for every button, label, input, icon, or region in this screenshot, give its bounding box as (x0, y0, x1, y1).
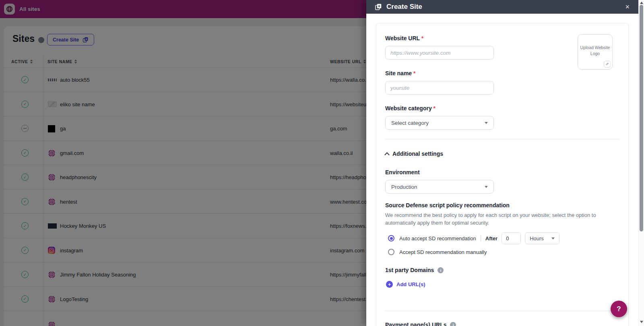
first-party-domains-heading: 1st party Domains (385, 267, 434, 273)
website-url-label: Website URL (385, 35, 423, 41)
policy-heading: Source Defense script policy recommendat… (385, 202, 510, 208)
after-hours-input[interactable] (502, 232, 521, 244)
first-party-domains-heading-row: 1st party Domains (385, 267, 444, 273)
environment-value: Production (391, 184, 417, 190)
edit-pencil-icon[interactable] (604, 61, 611, 68)
auto-accept-radio[interactable] (388, 235, 394, 241)
app-window: All sites Sites Create Site ACTIVE SI (0, 0, 644, 326)
plus-circle-icon (386, 281, 393, 288)
auto-accept-option-row: Auto accept SD recommendation After Hour… (388, 231, 559, 245)
manual-accept-option-row: Accept SD recommendation manually (388, 246, 487, 258)
manual-accept-label: Accept SD recommendation manually (399, 249, 487, 255)
upload-logo-dropzone[interactable]: Upload Website Logo (578, 34, 613, 70)
create-site-form: Website URL Upload Website Logo Site nam… (376, 23, 629, 326)
after-label: After (485, 235, 497, 241)
close-icon[interactable]: × (625, 2, 630, 12)
auto-accept-label: Auto accept SD recommendation (399, 235, 476, 241)
additional-settings-label: Additional settings (392, 151, 443, 157)
environment-label: Environment (385, 169, 420, 175)
section-divider (385, 311, 619, 311)
drawer-title: Create Site (386, 3, 422, 11)
payment-pages-heading: Payment page(s) URLs (385, 322, 446, 326)
website-category-label: Website category (385, 105, 436, 111)
scroll-up-arrow-icon[interactable] (640, 2, 643, 4)
help-fab-button[interactable]: ? (611, 301, 627, 317)
environment-select[interactable]: Production (385, 180, 494, 194)
create-site-drawer: Create Site × Website URL Upload Website… (366, 0, 644, 326)
site-name-input[interactable] (385, 81, 494, 95)
drawer-header: Create Site (366, 0, 638, 14)
additional-settings-toggle[interactable]: Additional settings (385, 151, 443, 157)
hours-unit-value: Hours (530, 235, 544, 241)
hours-unit-select[interactable]: Hours (525, 232, 559, 244)
policy-description: We recommend the best policy to apply fo… (385, 211, 607, 227)
vertical-divider (481, 235, 481, 241)
add-urls-label: Add URL(s) (396, 281, 425, 287)
create-site-icon (375, 3, 382, 10)
site-name-label: Site name (385, 70, 415, 76)
payment-pages-heading-row: Payment page(s) URLs (385, 322, 456, 326)
section-divider (385, 139, 619, 139)
website-category-value: Select category (391, 120, 429, 126)
scrollbar[interactable] (638, 0, 644, 326)
info-icon[interactable] (438, 267, 444, 273)
scroll-down-arrow-icon[interactable] (640, 321, 643, 323)
add-urls-link[interactable]: Add URL(s) (386, 281, 425, 288)
chevron-down-icon (485, 186, 488, 188)
manual-accept-radio[interactable] (388, 249, 394, 255)
info-icon[interactable] (450, 322, 456, 326)
upload-logo-label: Upload Website Logo (580, 45, 610, 56)
chevron-down-icon (485, 122, 488, 124)
scrollbar-thumb[interactable] (640, 5, 643, 231)
website-category-select[interactable]: Select category (385, 116, 494, 130)
chevron-down-icon (551, 237, 555, 239)
website-url-input[interactable] (385, 46, 494, 60)
chevron-up-icon (384, 152, 390, 157)
